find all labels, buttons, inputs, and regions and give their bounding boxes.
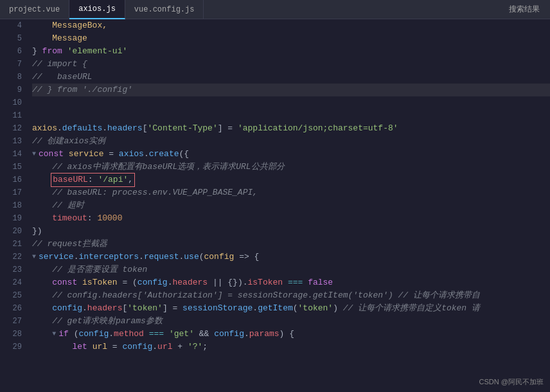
code-line-4: MessageBox,: [32, 19, 550, 32]
tab-project-vue[interactable]: project.vue: [0, 0, 69, 19]
tab-bar: project.vue axios.js vue.config.js 搜索结果: [0, 0, 550, 19]
code-line-5: Message: [32, 32, 550, 45]
code-line-15: // axios中请求配置有baseURL选项，表示请求URL公共部分: [32, 161, 550, 174]
code-line-20: }): [32, 225, 550, 238]
code-line-17: // baseURL: process.env.VUE_APP_BASE_API…: [32, 186, 550, 199]
code-line-11: [32, 109, 550, 122]
code-line-22: ▼service.interceptors.request.use(config…: [32, 251, 550, 263]
code-editor: 4 5 6 7 8 9 10 11 12 13 14 15 16 17 18 1…: [0, 19, 550, 392]
code-lines: MessageBox, Message } from 'element-ui' …: [27, 19, 550, 392]
code-line-12: axios.defaults.headers['Content-Type'] =…: [32, 122, 550, 135]
code-line-24: const isToken = (config.headers || {}).i…: [32, 276, 550, 289]
code-line-27: // get请求映射params参数: [32, 315, 550, 328]
watermark: CSDN @阿民不加班: [479, 377, 544, 387]
code-line-21: // request拦截器: [32, 238, 550, 251]
code-line-26: config.headers['token'] = sessionStorage…: [32, 302, 550, 315]
code-line-9: // } from './config': [32, 84, 550, 96]
redbox-baseurl: baseURL: '/api',: [51, 173, 135, 187]
code-line-16: baseURL: '/api',: [32, 174, 550, 186]
code-line-25: // config.headers['Authorization'] = ses…: [32, 289, 550, 302]
code-line-7: // import {: [32, 58, 550, 71]
tab-axios-js[interactable]: axios.js: [69, 0, 125, 19]
fold-icon-22[interactable]: ▼: [32, 251, 36, 263]
code-line-10: [32, 96, 550, 109]
code-line-8: // baseURL: [32, 71, 550, 84]
code-line-13: // 创建axios实例: [32, 135, 550, 148]
code-line-28: ▼if (config.method === 'get' && config.p…: [32, 328, 550, 341]
search-results-tab[interactable]: 搜索结果: [499, 4, 550, 15]
code-line-19: timeout: 10000: [32, 212, 550, 225]
line-numbers: 4 5 6 7 8 9 10 11 12 13 14 15 16 17 18 1…: [0, 19, 27, 392]
code-line-14: ▼const service = axios.create({: [32, 148, 550, 161]
fold-icon-28[interactable]: ▼: [52, 328, 56, 341]
tab-vue-config-js[interactable]: vue.config.js: [125, 0, 204, 19]
code-line-18: // 超时: [32, 199, 550, 212]
code-line-29: let url = config.url + '?';: [32, 341, 550, 353]
code-line-23: // 是否需要设置 token: [32, 263, 550, 276]
code-line-6: } from 'element-ui': [32, 45, 550, 58]
fold-icon-14[interactable]: ▼: [32, 148, 36, 161]
